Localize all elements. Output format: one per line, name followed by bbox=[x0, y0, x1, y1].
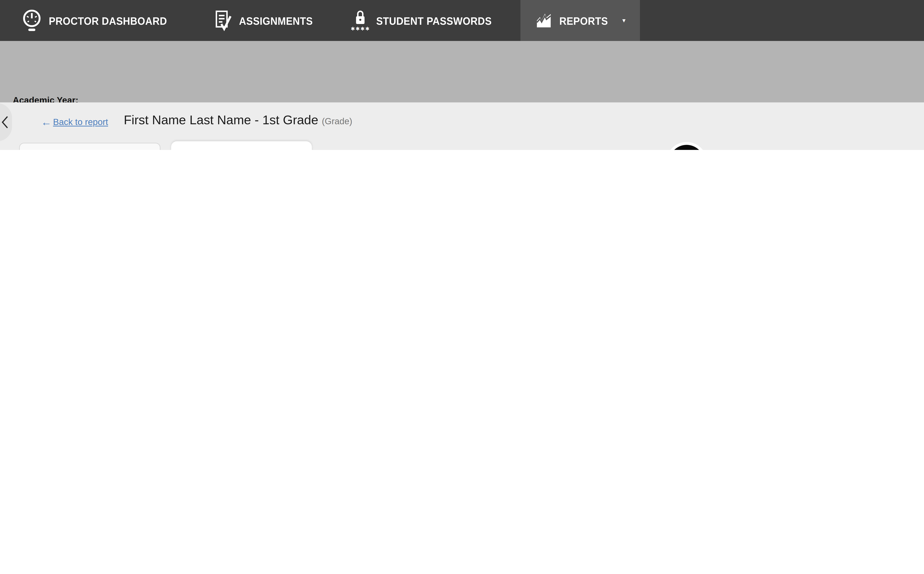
lock-icon: ✱✱✱✱ bbox=[351, 10, 370, 31]
toolbar: Academic Year: 2024-2025 Print bbox=[0, 41, 924, 102]
nav-label: REPORTS bbox=[559, 14, 608, 27]
chevron-down-icon: ▾ bbox=[622, 17, 625, 24]
nav-label: ASSIGNMENTS bbox=[239, 14, 313, 27]
chevron-left-icon bbox=[2, 116, 8, 129]
tab-progress-monitoring[interactable]: Progress Monitoring bbox=[171, 141, 312, 150]
password-stars: ✱✱✱✱ bbox=[351, 26, 370, 31]
gauge-icon bbox=[21, 9, 43, 32]
nav-label: STUDENT PASSWORDS bbox=[377, 14, 492, 27]
nav-label: PROCTOR DASHBOARD bbox=[49, 14, 167, 27]
student-name-grade: First Name Last Name - 1st Grade bbox=[124, 113, 318, 127]
nav-proctor-dashboard[interactable]: PROCTOR DASHBOARD bbox=[0, 0, 190, 41]
top-nav: PROCTOR DASHBOARD ASSIGNMENTS bbox=[0, 0, 924, 41]
nav-student-passwords[interactable]: ✱✱✱✱ STUDENT PASSWORDS bbox=[337, 0, 515, 41]
grade-suffix: (Grade) bbox=[322, 117, 352, 126]
back-to-report-link[interactable]: ← Back to report bbox=[41, 117, 108, 127]
back-link-label: Back to report bbox=[53, 117, 108, 127]
checklist-icon bbox=[214, 10, 233, 31]
back-arrow-icon: ← bbox=[41, 117, 52, 127]
app-window: PROCTOR DASHBOARD ASSIGNMENTS bbox=[0, 0, 924, 150]
nav-reports[interactable]: REPORTS ▾ bbox=[521, 0, 640, 41]
nav-assignments[interactable]: ASSIGNMENTS bbox=[200, 0, 332, 41]
page-title: First Name Last Name - 1st Grade(Grade) bbox=[124, 113, 353, 128]
tab-benchmark[interactable]: Benchmark bbox=[19, 143, 160, 150]
area-chart-icon bbox=[535, 11, 553, 30]
